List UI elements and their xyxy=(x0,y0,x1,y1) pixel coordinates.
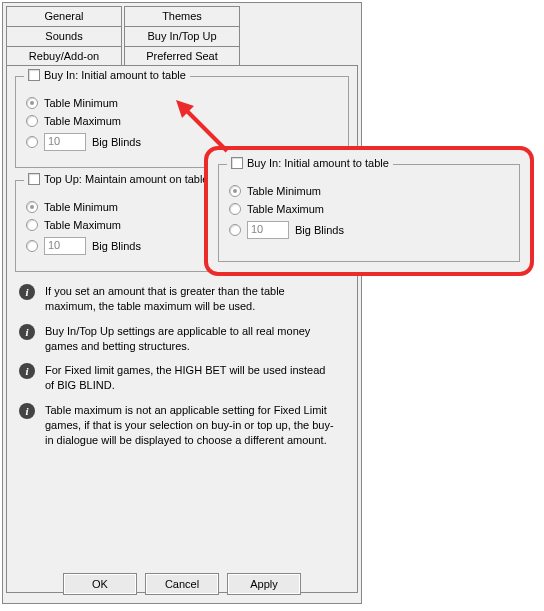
info-icon: i xyxy=(19,324,35,340)
buyin-opt-max-label: Table Maximum xyxy=(44,115,121,127)
callout-opt-max-label: Table Maximum xyxy=(247,203,324,215)
callout-title: Buy In: Initial amount to table xyxy=(247,157,389,169)
cancel-button[interactable]: Cancel xyxy=(145,573,219,595)
info-text-2: Buy In/Top Up settings are applicable to… xyxy=(45,324,335,354)
callout-opt-max[interactable]: Table Maximum xyxy=(229,203,509,215)
callout-opt-bb[interactable]: 10 Big Blinds xyxy=(229,221,509,239)
radio-icon xyxy=(26,97,38,109)
info-text-3: For Fixed limit games, the HIGH BET will… xyxy=(45,363,335,393)
topup-enable-checkbox[interactable] xyxy=(28,173,40,185)
topup-title: Top Up: Maintain amount on table xyxy=(44,173,209,185)
callout-bb-label: Big Blinds xyxy=(295,224,344,236)
buyin-opt-min[interactable]: Table Minimum xyxy=(26,97,338,109)
tab-buyin-topup[interactable]: Buy In/Top Up xyxy=(124,26,240,46)
tab-themes[interactable]: Themes xyxy=(124,6,240,26)
tab-strip: General Themes Sounds Buy In/Top Up Rebu… xyxy=(3,3,361,66)
callout-enable-checkbox[interactable] xyxy=(231,157,243,169)
apply-button[interactable]: Apply xyxy=(227,573,301,595)
radio-icon xyxy=(229,203,241,215)
info-row-4: i Table maximum is not an applicable set… xyxy=(19,403,345,448)
topup-opt-min-label: Table Minimum xyxy=(44,201,118,213)
info-icon: i xyxy=(19,284,35,300)
buyin-title: Buy In: Initial amount to table xyxy=(44,69,186,81)
callout-box: Buy In: Initial amount to table Table Mi… xyxy=(204,146,534,276)
buyin-title-row: Buy In: Initial amount to table xyxy=(24,69,190,81)
info-text-1: If you set an amount that is greater tha… xyxy=(45,284,335,314)
ok-button[interactable]: OK xyxy=(63,573,137,595)
topup-bb-label: Big Blinds xyxy=(92,240,141,252)
radio-icon xyxy=(26,219,38,231)
topup-bb-input[interactable]: 10 xyxy=(44,237,86,255)
radio-icon xyxy=(26,115,38,127)
dialog-buttons: OK Cancel Apply xyxy=(3,573,361,595)
info-icon: i xyxy=(19,363,35,379)
callout-title-row: Buy In: Initial amount to table xyxy=(227,157,393,169)
radio-icon xyxy=(26,201,38,213)
tab-sounds[interactable]: Sounds xyxy=(6,26,122,46)
info-row-1: i If you set an amount that is greater t… xyxy=(19,284,345,314)
buyin-bb-input[interactable]: 10 xyxy=(44,133,86,151)
buyin-opt-min-label: Table Minimum xyxy=(44,97,118,109)
radio-icon xyxy=(229,185,241,197)
callout-opt-min[interactable]: Table Minimum xyxy=(229,185,509,197)
info-row-2: i Buy In/Top Up settings are applicable … xyxy=(19,324,345,354)
buyin-opt-max[interactable]: Table Maximum xyxy=(26,115,338,127)
callout-bb-input[interactable]: 10 xyxy=(247,221,289,239)
callout-opt-min-label: Table Minimum xyxy=(247,185,321,197)
radio-icon xyxy=(26,136,38,148)
info-text-4: Table maximum is not an applicable setti… xyxy=(45,403,335,448)
buyin-bb-label: Big Blinds xyxy=(92,136,141,148)
tab-general[interactable]: General xyxy=(6,6,122,26)
tab-rebuy-addon[interactable]: Rebuy/Add-on xyxy=(6,46,122,66)
info-icon: i xyxy=(19,403,35,419)
tab-panel: Buy In: Initial amount to table Table Mi… xyxy=(6,65,358,593)
info-row-3: i For Fixed limit games, the HIGH BET wi… xyxy=(19,363,345,393)
tab-preferred-seat[interactable]: Preferred Seat xyxy=(124,46,240,66)
buyin-enable-checkbox[interactable] xyxy=(28,69,40,81)
topup-opt-max-label: Table Maximum xyxy=(44,219,121,231)
callout-group: Buy In: Initial amount to table Table Mi… xyxy=(218,164,520,262)
radio-icon xyxy=(229,224,241,236)
settings-dialog: General Themes Sounds Buy In/Top Up Rebu… xyxy=(2,2,362,604)
radio-icon xyxy=(26,240,38,252)
topup-title-row: Top Up: Maintain amount on table xyxy=(24,173,213,185)
